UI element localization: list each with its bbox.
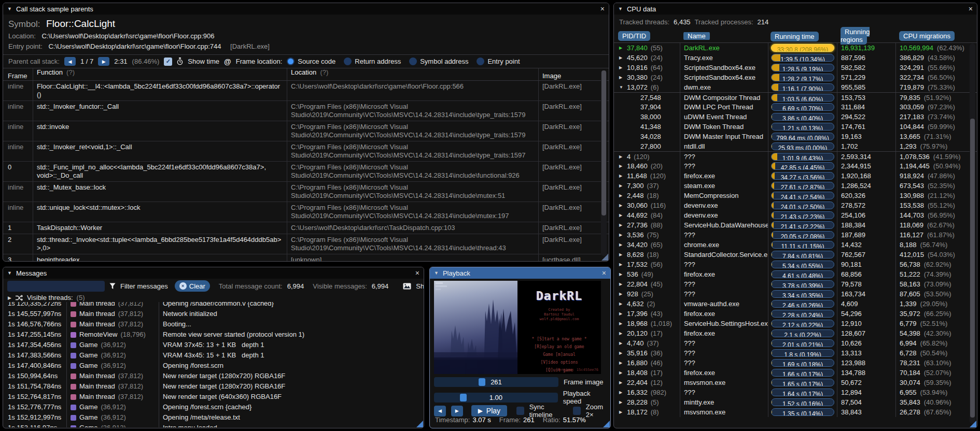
message-row[interactable]: 1s 152,764,817ns Main thread (37,812) Ne… xyxy=(3,392,424,402)
expand-arrow-icon[interactable]: ▶ xyxy=(619,407,624,417)
callstack-frame-row[interactable]: 3 beginthreadex [unknown] [ucrtbase.dll] xyxy=(3,254,609,262)
callstack-frame-row[interactable]: 1 TaskDispatch::Worker C:\Users\wolf\Des… xyxy=(3,222,609,234)
process-row[interactable]: ▶ 22,804 (45) ??? 3.78 s (0.39%) 79,578 … xyxy=(614,279,977,289)
message-row[interactable]: 1s 120,335,272ns Main thread (37,812) Op… xyxy=(3,302,424,309)
expand-arrow-icon[interactable]: ▶ xyxy=(619,250,624,260)
callstack-scrollbar-thumb[interactable] xyxy=(601,70,606,216)
callstack-titlebar[interactable]: ▼ Call stack sample parents × xyxy=(3,3,609,15)
frame-location-radio[interactable]: Symbol address xyxy=(409,58,468,65)
radio-icon[interactable] xyxy=(477,58,484,65)
message-row[interactable]: 1s 146,576,766ns Main thread (37,812) Bo… xyxy=(3,319,424,329)
visible-threads-row[interactable]: ▶ Visible threads: (5) xyxy=(3,293,424,302)
process-row[interactable]: 27,548 DWM Compositor Thread 1:03.5 (6.6… xyxy=(614,92,977,102)
process-row[interactable]: ▶ 35,916 (36) ??? 1.8 s (0.19%) 13,313 6… xyxy=(614,348,977,358)
message-row[interactable]: 1s 147,400,846ns Game (36,912) Opening /… xyxy=(3,361,424,371)
cpu-titlebar[interactable]: ▼ CPU data × xyxy=(614,3,977,15)
process-row[interactable]: 41,348 DWM Token Thread 1.21 s (0.13%) 1… xyxy=(614,122,977,132)
callstack-scrollbar[interactable] xyxy=(601,70,607,256)
collapse-arrow-icon[interactable]: ▼ xyxy=(618,6,623,11)
expand-arrow-icon[interactable]: ▶ xyxy=(619,358,624,368)
next-frame-button[interactable]: ▶ xyxy=(451,406,463,416)
process-row[interactable]: ▶ 30,060 (116) devenv.exe 24.01 s (2.50%… xyxy=(614,200,977,210)
expand-arrow-icon[interactable]: ▶ xyxy=(619,279,624,289)
expand-arrow-icon[interactable]: ▶ xyxy=(619,73,624,82)
prev-frame-button[interactable]: ◀ xyxy=(434,406,446,416)
collapse-arrow-icon[interactable]: ▼ xyxy=(434,270,439,276)
prev-callstack-button[interactable]: ◀ xyxy=(64,57,76,66)
callstack-frame-row[interactable]: 2 std::thread::_Invoke<std::tuple<<lambd… xyxy=(3,234,609,254)
messages-titlebar[interactable]: ▼ Messages × xyxy=(3,267,424,279)
message-row[interactable]: 1s 150,994,64ns Main thread (37,812) New… xyxy=(3,371,424,381)
process-row[interactable]: ▶ 22,404 (12) msvsmon.exe 1.65 s (0.17%)… xyxy=(614,378,977,387)
help-marker[interactable]: (?) xyxy=(66,68,75,76)
radio-icon[interactable] xyxy=(287,58,295,65)
expand-arrow-icon[interactable]: ▶ xyxy=(619,43,624,53)
process-row[interactable]: 27,800 ntdll.dll 25.93 ms (0.00%) 1,702 … xyxy=(614,141,977,151)
expand-arrow-icon[interactable]: ▶ xyxy=(619,387,624,397)
process-row[interactable]: ▶ 16,880 (46) ??? 1.69 s (0.18%) 123,988… xyxy=(614,358,977,368)
expand-arrow-icon[interactable]: ▶ xyxy=(619,63,624,73)
process-row[interactable]: ▶ 8,628 (18) StandardCollector.Service.e… xyxy=(614,250,977,260)
collapse-arrow-icon[interactable]: ▼ xyxy=(7,270,12,276)
resize-grip[interactable] xyxy=(601,254,608,261)
process-row[interactable]: ▶ 18,408 (17) firefox.exe 1.66 s (0.17%)… xyxy=(614,368,977,378)
expand-arrow-icon[interactable]: ▶ xyxy=(619,181,624,191)
callstack-frame-row[interactable]: inline std::_Invoker_functor::_Call C:\P… xyxy=(3,101,609,121)
message-row[interactable]: 1s 147,255,145ns RemoteView (18,796) Rem… xyxy=(3,329,424,340)
radio-icon[interactable] xyxy=(344,58,352,65)
process-row[interactable]: ▶ 16,332 (982) ??? 1.64 s (0.17%) 12,894… xyxy=(614,387,977,397)
process-row[interactable]: ▶ 17,396 (43) firefox.exe 2.28 s (0.24%)… xyxy=(614,309,977,319)
process-row[interactable]: ▶ 4 (120) ??? 1:01.9 (6.43%) 2,593,314 1… xyxy=(614,151,977,161)
process-row[interactable]: ▶ 17,532 (56) ??? 5.34 s (0.55%) 90,181 … xyxy=(614,260,977,269)
process-row[interactable]: ▶ 7,300 (37) steam.exe 27.61 s (2.87%) 1… xyxy=(614,181,977,191)
expand-arrow-icon[interactable]: ▶ xyxy=(619,328,624,338)
process-row[interactable]: 34,028 DWM Master Input Thread 799.64 ms… xyxy=(614,132,977,141)
process-row[interactable]: ▶ 4,632 (2) vmware-authd.exe 2.46 s (0.2… xyxy=(614,299,977,309)
callstack-frame-row[interactable]: 0 std::_Func_impl_no_alloc<<lambda_5bc22… xyxy=(3,162,609,182)
expand-arrow-icon[interactable]: ▶ xyxy=(619,152,624,162)
expand-arrow-icon[interactable]: ▶ xyxy=(619,53,624,63)
process-row[interactable]: ▶ 34,420 (65) chrome.exe 11.11 s (1.15%)… xyxy=(614,240,977,250)
resize-grip[interactable] xyxy=(970,421,976,427)
process-row[interactable]: ▶ 18,460 (20) ??? 42.85 s (4.45%) 2,344,… xyxy=(614,161,977,171)
column-header-frame[interactable]: Frame xyxy=(3,68,33,80)
cpu-scrollbar[interactable] xyxy=(970,44,975,424)
column-header-function[interactable]: Function (?) xyxy=(33,68,287,80)
help-marker[interactable]: (?) xyxy=(320,68,328,76)
process-row[interactable]: ▶ 11,648 (120) firefox.exe 34.27 s (3.56… xyxy=(614,171,977,181)
callstack-frame-row[interactable]: inline std::unique_lock<std::mutex>::loc… xyxy=(3,202,609,222)
expand-arrow-icon[interactable]: ▶ xyxy=(619,230,624,240)
resize-grip[interactable] xyxy=(603,421,610,427)
process-row[interactable]: ▶ 18,172 (8) msvsmon.exe 1.35 s (0.14%) … xyxy=(614,407,977,417)
close-icon[interactable]: × xyxy=(415,269,419,277)
process-row[interactable]: 38,000 uDWM Event Thread 3.86 s (0.40%) … xyxy=(614,112,977,122)
sort-name-button[interactable]: Name xyxy=(683,32,710,40)
frame-location-radio[interactable]: Return address xyxy=(344,58,401,65)
expand-arrow-icon[interactable]: ▶ xyxy=(619,338,624,348)
process-row[interactable]: 37,904 DWM LPC Port Thread 6.69 s (0.70%… xyxy=(614,102,977,112)
play-button[interactable]: ▶ Play xyxy=(471,405,507,416)
expand-arrow-icon[interactable]: ▼ xyxy=(619,82,624,92)
column-header-image[interactable]: Image xyxy=(538,68,609,80)
expand-arrow-icon[interactable]: ▶ xyxy=(619,161,624,171)
process-row[interactable]: ▶ 3,536 (75) ??? 20.05 s (2.08%) 187,689… xyxy=(614,230,977,240)
expand-arrow-icon[interactable]: ▶ xyxy=(619,240,624,250)
playback-titlebar[interactable]: ▼ Playback × xyxy=(430,267,610,279)
expand-arrow-icon[interactable]: ▶ xyxy=(619,348,624,358)
process-row[interactable]: ▼ 13,072 (6) dwm.exe 1:16.1 (7.90%) 955,… xyxy=(614,82,977,92)
sort-running-time-button[interactable]: Running time xyxy=(771,32,819,41)
expand-arrow-icon[interactable]: ▶ xyxy=(619,260,624,269)
cpu-scrollbar-thumb[interactable] xyxy=(970,119,975,418)
message-row[interactable]: 1s 152,776,777ns Game (36,912) Opening /… xyxy=(3,402,424,412)
close-icon[interactable]: × xyxy=(969,5,973,12)
message-row[interactable]: 1s 147,383,566ns Game (36,912) VRAM 43x4… xyxy=(3,350,424,361)
next-callstack-button[interactable]: ▶ xyxy=(98,57,109,66)
message-row[interactable]: 1s 145,557,997ns Main thread (37,812) Ne… xyxy=(3,309,424,319)
process-row[interactable]: ▶ 28,228 (5) mintty.exe 1.52 s (0.16%) 8… xyxy=(614,397,977,407)
process-row[interactable]: ▶ 928 (25) ??? 3.34 s (0.35%) 163,734 87… xyxy=(614,289,977,299)
playback-speed-slider[interactable]: 1.00 xyxy=(434,393,558,403)
column-header-location[interactable]: Location (?) xyxy=(287,68,538,80)
message-row[interactable]: 1s 153,116,97ns Game (36,912) Intro menu… xyxy=(3,423,424,427)
filter-input[interactable] xyxy=(7,281,105,292)
clear-button[interactable]: × Clear xyxy=(175,280,210,292)
